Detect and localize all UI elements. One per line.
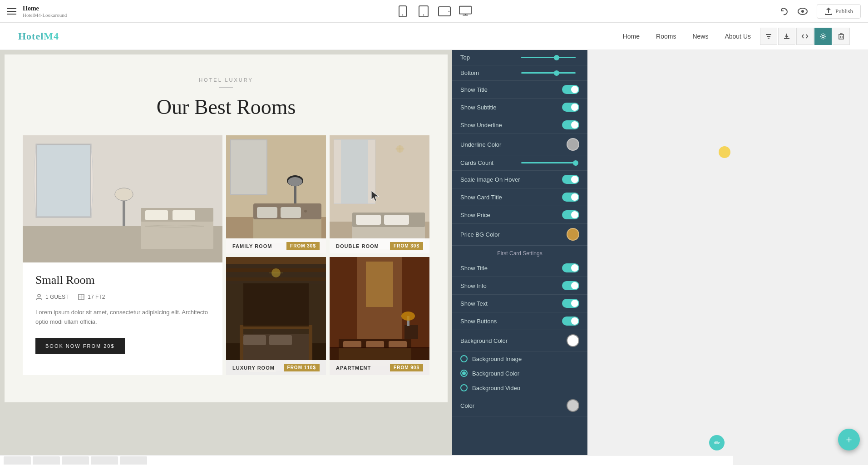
undo-button[interactable]	[779, 7, 789, 16]
svg-point-80	[401, 312, 415, 321]
bg-color-radio[interactable]	[460, 370, 468, 377]
room-meta: 1 GUEST 17 FT2	[35, 293, 210, 301]
top-slider[interactable]	[521, 57, 576, 58]
svg-point-36	[304, 210, 307, 213]
settings-show-card-title-row: Show Card Title	[452, 188, 587, 206]
show-subtitle-toggle[interactable]	[562, 103, 579, 112]
bg-image-radio[interactable]	[460, 355, 468, 362]
settings-panel: Top Bottom Show Title Show Subtitle Show…	[452, 50, 587, 465]
download-icon-btn[interactable]	[778, 28, 795, 45]
underline-color-swatch[interactable]	[567, 138, 579, 151]
svg-rect-13	[36, 144, 91, 217]
settings-underline-color-row: Underline Color	[452, 134, 587, 155]
cards-count-slider[interactable]	[521, 162, 576, 163]
settings-bg-video-row[interactable]: Background Video	[452, 381, 587, 395]
fc-show-buttons-toggle[interactable]	[562, 317, 579, 326]
edit-fab[interactable]: ✏	[709, 435, 725, 450]
desktop-device-icon[interactable]	[459, 5, 472, 18]
nav-about[interactable]: About Us	[725, 33, 751, 40]
section-title: Our Best Rooms	[23, 95, 429, 119]
settings-show-subtitle-row: Show Subtitle	[452, 99, 587, 116]
nav-news[interactable]: News	[692, 33, 708, 40]
svg-rect-64	[269, 335, 292, 345]
menu-icon[interactable]	[7, 8, 16, 15]
bg-video-radio[interactable]	[460, 384, 468, 391]
settings-bg-color-row[interactable]: Background Color	[452, 366, 587, 381]
tooltip-indicator	[719, 146, 730, 158]
bottom-tab-2[interactable]	[33, 456, 60, 465]
svg-point-16	[115, 188, 133, 201]
add-fab[interactable]: +	[838, 429, 860, 450]
svg-point-5	[449, 10, 449, 11]
mobile-device-icon[interactable]	[396, 5, 409, 18]
settings-fc-show-info-row: Show Info	[452, 277, 587, 295]
room-image-apartment	[330, 257, 429, 375]
settings-bg-image-row[interactable]: Background Image	[452, 351, 587, 366]
show-card-title-toggle[interactable]	[562, 193, 579, 202]
room-card-double[interactable]: DOUBLE ROOM FROM 30$	[330, 135, 429, 253]
page-canvas[interactable]: HOTEL LUXURY Our Best Rooms	[0, 50, 452, 465]
fc-show-text-label: Show Text	[460, 300, 488, 307]
book-now-button[interactable]: BOOK NOW FROM 20$	[35, 338, 125, 354]
show-card-title-label: Show Card Title	[460, 194, 502, 201]
settings-scale-image-row: Scale Image On Hover	[452, 171, 587, 188]
nav-home[interactable]: Home	[623, 33, 640, 40]
room-card-luxury[interactable]: LUXURY ROOM FROM 110$	[226, 257, 326, 375]
svg-rect-62	[243, 283, 309, 326]
svg-rect-37	[257, 207, 277, 218]
settings-show-title-row: Show Title	[452, 81, 587, 99]
room-card-apartment[interactable]: APARTMENT FROM 90$	[330, 257, 429, 375]
svg-rect-78	[404, 325, 418, 339]
settings-fc-bg-color-row: Background Color	[452, 330, 587, 351]
color-label: Color	[460, 402, 474, 409]
room-card-small[interactable]: Small Room 1 GUEST 17 FT2 Lorem ipsu	[23, 135, 222, 375]
scale-image-label: Scale Image On Hover	[460, 176, 520, 183]
bottom-slider[interactable]	[521, 72, 576, 74]
device-switcher	[396, 5, 472, 18]
svg-point-9	[822, 35, 824, 37]
color-swatch[interactable]	[567, 399, 579, 412]
show-title-label: Show Title	[460, 86, 488, 93]
settings-color-row: Color	[452, 395, 587, 416]
code-icon-btn[interactable]	[796, 28, 814, 45]
settings-fc-show-buttons-row: Show Buttons	[452, 312, 587, 330]
publish-button[interactable]: Publish	[817, 4, 861, 19]
room-description: Lorem ipsum dolor sit amet, consectetur …	[35, 308, 210, 327]
svg-rect-6	[459, 6, 471, 14]
sort-icon-btn[interactable]	[760, 28, 777, 45]
rooms-grid: Small Room 1 GUEST 17 FT2 Lorem ipsu	[23, 135, 429, 375]
scale-image-toggle[interactable]	[562, 175, 579, 184]
preview-button[interactable]	[798, 8, 808, 15]
bottom-tab-4[interactable]	[91, 456, 118, 465]
nav-rooms[interactable]: Rooms	[656, 33, 676, 40]
fc-show-text-toggle[interactable]	[562, 299, 579, 308]
fc-bg-color-swatch[interactable]	[567, 334, 579, 347]
publish-label: Publish	[835, 8, 853, 15]
room-size: 17 FT2	[78, 293, 105, 301]
bg-color-label: Background Color	[472, 370, 519, 377]
show-title-toggle[interactable]	[562, 85, 579, 94]
price-bg-color-swatch[interactable]	[567, 228, 579, 241]
room-title: Small Room	[35, 273, 210, 287]
top-label: Top	[460, 54, 470, 61]
site-logo: HotelM4	[18, 30, 59, 42]
svg-rect-44	[334, 140, 341, 203]
settings-fc-show-title-row: Show Title	[452, 259, 587, 277]
svg-rect-69	[330, 257, 357, 348]
fc-show-title-toggle[interactable]	[562, 263, 579, 272]
settings-cards-count-row: Cards Count	[452, 155, 587, 171]
bottom-tab-5[interactable]	[120, 456, 147, 465]
settings-icon-btn[interactable]	[814, 28, 832, 45]
bottom-tab-1[interactable]	[4, 456, 31, 465]
room-card-family[interactable]: FAMILY ROOM FROM 30$	[226, 135, 326, 253]
room-info-small: Small Room 1 GUEST 17 FT2 Lorem ipsu	[23, 262, 222, 375]
tablet-landscape-device-icon[interactable]	[438, 5, 451, 18]
delete-icon-btn[interactable]	[833, 28, 850, 45]
top-bar-right: Publish	[779, 4, 861, 19]
show-underline-toggle[interactable]	[562, 120, 579, 129]
room-image-double	[330, 135, 429, 253]
bottom-tab-3[interactable]	[62, 456, 89, 465]
tablet-device-icon[interactable]	[417, 5, 430, 18]
show-price-toggle[interactable]	[562, 210, 579, 219]
fc-show-info-toggle[interactable]	[562, 281, 579, 290]
